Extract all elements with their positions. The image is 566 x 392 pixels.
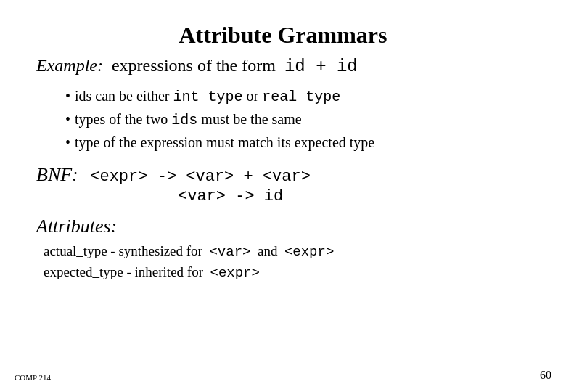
attr-line1: actual_type - synthesized for <var> and … bbox=[44, 243, 530, 260]
attr-var-code: <var> bbox=[209, 244, 250, 260]
attr-line2: expected_type - inherited for <expr> bbox=[44, 264, 530, 281]
example-text: expressions of the form bbox=[107, 56, 284, 75]
bnf-title: BNF: bbox=[36, 164, 83, 185]
bnf-section: BNF: <expr> -> <var> + <var> <var> -> id bbox=[36, 164, 530, 205]
course-id: COMP 214 bbox=[15, 373, 51, 382]
bullet-list: ids can be either int_type or real_type … bbox=[65, 88, 530, 151]
example-code: id + id bbox=[284, 57, 358, 76]
attributes-title: Attributes: bbox=[36, 216, 530, 237]
attr-expr-code: <expr> bbox=[284, 244, 334, 260]
bnf-line2: <var> -> id bbox=[178, 187, 530, 205]
bullet-2: types of the two ids must be the same bbox=[65, 111, 530, 128]
bullet-1: ids can be either int_type or real_type bbox=[65, 88, 530, 105]
bullet-3: type of the expression must match its ex… bbox=[65, 134, 530, 151]
slide: Attribute Grammars Example: expressions … bbox=[0, 0, 566, 392]
example-label: Example: bbox=[36, 56, 103, 75]
bnf-line1: <expr> -> <var> + <var> bbox=[90, 168, 311, 186]
example-line: Example: expressions of the form id + id bbox=[36, 56, 530, 76]
attributes-section: Attributes: actual_type - synthesized fo… bbox=[36, 216, 530, 281]
attr-expr-code2: <expr> bbox=[210, 265, 259, 281]
slide-number: 60 bbox=[540, 369, 551, 382]
slide-title: Attribute Grammars bbox=[36, 22, 530, 49]
